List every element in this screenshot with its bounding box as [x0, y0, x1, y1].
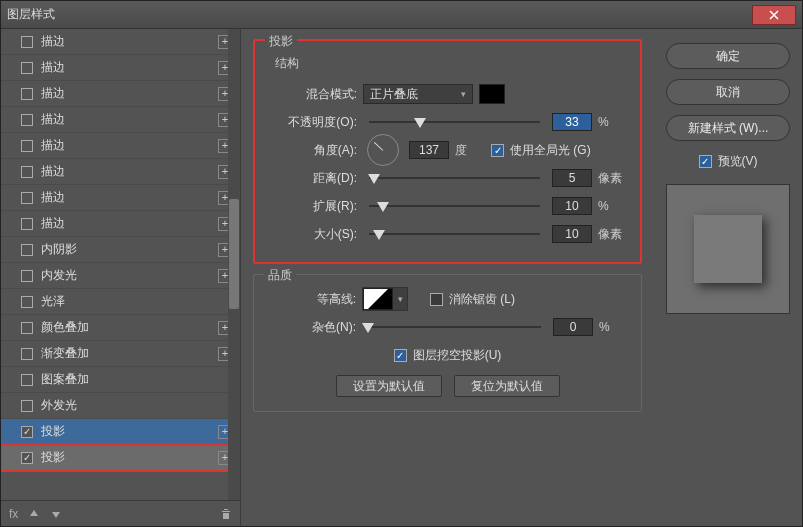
opacity-label: 不透明度(O): — [267, 114, 357, 131]
effect-checkbox[interactable] — [21, 270, 33, 282]
sidebar-item-label: 描边 — [41, 33, 218, 50]
effect-checkbox[interactable] — [21, 348, 33, 360]
knockout-checkbox[interactable] — [394, 349, 407, 362]
preview-box — [666, 184, 790, 314]
contour-picker[interactable]: ▾ — [362, 287, 408, 311]
opacity-input[interactable]: 33 — [552, 113, 592, 131]
sidebar-item[interactable]: 渐变叠加+ — [1, 341, 240, 367]
sidebar-item[interactable]: 光泽 — [1, 289, 240, 315]
sidebar-item[interactable]: 描边+ — [1, 81, 240, 107]
noise-input[interactable]: 0 — [553, 318, 593, 336]
sidebar-item-label: 描边 — [41, 111, 218, 128]
sidebar-item[interactable]: 描边+ — [1, 133, 240, 159]
structure-group: 投影 结构 混合模式: 正片叠底 ▾ 不透明度(O): 33 % — [253, 39, 642, 264]
sidebar-item[interactable]: 描边+ — [1, 55, 240, 81]
effect-checkbox[interactable] — [21, 218, 33, 230]
new-style-button[interactable]: 新建样式 (W)... — [666, 115, 790, 141]
effect-checkbox[interactable] — [21, 114, 33, 126]
sidebar-item[interactable]: 内阴影+ — [1, 237, 240, 263]
effect-checkbox[interactable] — [21, 62, 33, 74]
angle-label: 角度(A): — [267, 142, 357, 159]
effect-checkbox[interactable] — [21, 166, 33, 178]
sidebar-item-label: 描边 — [41, 215, 218, 232]
effect-checkbox[interactable] — [21, 140, 33, 152]
effect-checkbox[interactable] — [21, 452, 33, 464]
sidebar-item[interactable]: 图案叠加 — [1, 367, 240, 393]
cancel-button[interactable]: 取消 — [666, 79, 790, 105]
effect-checkbox[interactable] — [21, 244, 33, 256]
distance-slider[interactable] — [369, 170, 540, 186]
size-unit: 像素 — [598, 226, 628, 243]
effect-checkbox[interactable] — [21, 400, 33, 412]
shadow-color-swatch[interactable] — [479, 84, 505, 104]
effect-checkbox[interactable] — [21, 374, 33, 386]
effects-sidebar: 描边+描边+描边+描边+描边+描边+描边+描边+内阴影+内发光+光泽颜色叠加+渐… — [1, 29, 241, 526]
effect-checkbox[interactable] — [21, 36, 33, 48]
distance-label: 距离(D): — [267, 170, 357, 187]
antialias-checkbox[interactable] — [430, 293, 443, 306]
spread-slider[interactable] — [369, 198, 540, 214]
fx-label[interactable]: fx — [9, 507, 18, 521]
sidebar-item-label: 光泽 — [41, 293, 232, 310]
sidebar-item[interactable]: 内发光+ — [1, 263, 240, 289]
sidebar-item[interactable]: 描边+ — [1, 185, 240, 211]
chevron-down-icon: ▾ — [393, 288, 407, 310]
opacity-slider[interactable] — [369, 114, 540, 130]
structure-label: 结构 — [275, 55, 628, 72]
set-default-button[interactable]: 设置为默认值 — [336, 375, 442, 397]
sidebar-item-label: 描边 — [41, 163, 218, 180]
sidebar-item[interactable]: 描边+ — [1, 211, 240, 237]
sidebar-item[interactable]: 颜色叠加+ — [1, 315, 240, 341]
close-icon — [769, 10, 779, 20]
noise-slider[interactable] — [368, 319, 541, 335]
sidebar-item[interactable]: 投影+ — [1, 419, 240, 445]
sidebar-item[interactable]: 描边+ — [1, 29, 240, 55]
sidebar-item-label: 颜色叠加 — [41, 319, 218, 336]
sidebar-item[interactable]: 投影+ — [1, 445, 240, 471]
size-input[interactable]: 10 — [552, 225, 592, 243]
blend-mode-select[interactable]: 正片叠底 ▾ — [363, 84, 473, 104]
group-title-shadow: 投影 — [265, 33, 297, 50]
sidebar-item[interactable]: 外发光 — [1, 393, 240, 419]
scrollbar-thumb[interactable] — [229, 199, 239, 309]
sidebar-item[interactable]: 描边+ — [1, 107, 240, 133]
sidebar-item-label: 描边 — [41, 85, 218, 102]
sidebar-item-label: 描边 — [41, 189, 218, 206]
angle-unit: 度 — [455, 142, 485, 159]
window-title: 图层样式 — [7, 6, 752, 23]
sidebar-item-label: 外发光 — [41, 397, 232, 414]
angle-input[interactable]: 137 — [409, 141, 449, 159]
sidebar-footer: fx — [1, 500, 240, 526]
preview-checkbox[interactable] — [699, 155, 712, 168]
reset-default-button[interactable]: 复位为默认值 — [454, 375, 560, 397]
effect-checkbox[interactable] — [21, 88, 33, 100]
chevron-down-icon: ▾ — [461, 89, 466, 99]
quality-label: 品质 — [264, 267, 296, 284]
size-label: 大小(S): — [267, 226, 357, 243]
effect-checkbox[interactable] — [21, 322, 33, 334]
distance-input[interactable]: 5 — [552, 169, 592, 187]
global-light-checkbox[interactable] — [491, 144, 504, 157]
angle-dial[interactable] — [367, 134, 399, 166]
quality-group: 品质 等高线: ▾ 消除锯齿 (L) 杂色(N): 0 % — [253, 274, 642, 412]
preview-label: 预览(V) — [718, 153, 758, 170]
blend-mode-value: 正片叠底 — [370, 86, 418, 103]
effect-checkbox[interactable] — [21, 296, 33, 308]
global-light-label: 使用全局光 (G) — [510, 142, 591, 159]
layer-style-dialog: 图层样式 描边+描边+描边+描边+描边+描边+描边+描边+内阴影+内发光+光泽颜… — [0, 0, 803, 527]
arrow-up-icon[interactable] — [28, 508, 40, 520]
noise-unit: % — [599, 320, 629, 334]
sidebar-item[interactable]: 描边+ — [1, 159, 240, 185]
spread-unit: % — [598, 199, 628, 213]
spread-input[interactable]: 10 — [552, 197, 592, 215]
ok-button[interactable]: 确定 — [666, 43, 790, 69]
arrow-down-icon[interactable] — [50, 508, 62, 520]
trash-icon[interactable] — [220, 508, 232, 520]
action-panel: 确定 取消 新建样式 (W)... 预览(V) — [654, 29, 802, 526]
effect-checkbox[interactable] — [21, 192, 33, 204]
scrollbar[interactable] — [228, 29, 240, 500]
sidebar-item-label: 图案叠加 — [41, 371, 232, 388]
close-button[interactable] — [752, 5, 796, 25]
effect-checkbox[interactable] — [21, 426, 33, 438]
size-slider[interactable] — [369, 226, 540, 242]
